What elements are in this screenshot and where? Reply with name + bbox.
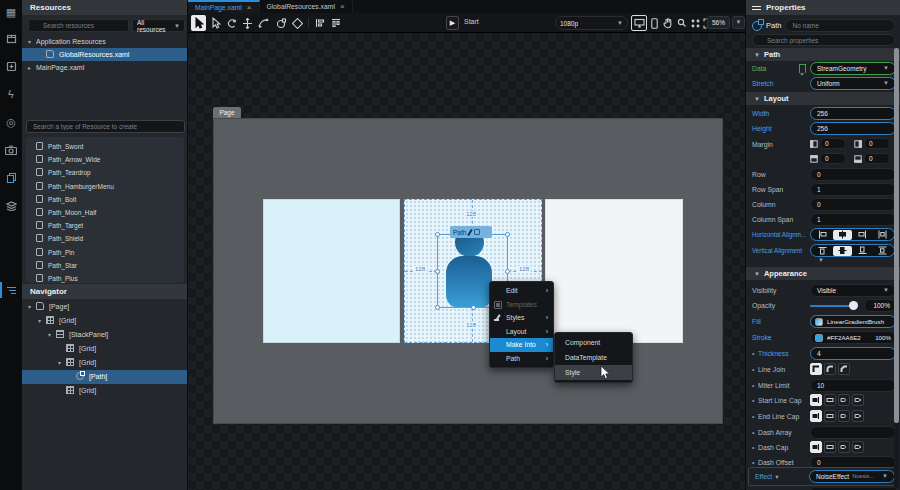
context-menu-item[interactable]: Layout›	[490, 325, 553, 339]
add-box-icon[interactable]	[0, 56, 22, 76]
resources-search-input[interactable]	[28, 19, 129, 32]
resource-type-item[interactable]: Path_Pin	[36, 246, 184, 259]
align-stretch-button[interactable]	[873, 230, 892, 240]
submenu-item[interactable]: DataTemplate	[555, 350, 632, 365]
align-top-button[interactable]	[813, 246, 832, 256]
start-button-label[interactable]: Start	[464, 18, 479, 25]
tree-expander-icon[interactable]: ▸	[28, 62, 36, 75]
align-left-button[interactable]	[813, 230, 832, 240]
tree-expander-icon[interactable]: ▾	[38, 314, 46, 328]
resource-type-item[interactable]: Path_Star	[36, 259, 184, 272]
zoom-magnifier-icon[interactable]	[676, 15, 688, 31]
margin-left-input[interactable]	[820, 138, 846, 149]
cap-triangle-button[interactable]	[852, 394, 864, 406]
context-menu-item[interactable]: Make Into›	[490, 338, 553, 352]
column-span-input[interactable]	[817, 216, 889, 223]
disc-icon[interactable]: ◎	[0, 112, 22, 132]
align-center-button[interactable]	[833, 230, 852, 240]
navigator-icon[interactable]	[0, 280, 22, 300]
pen-tool-icon[interactable]	[224, 15, 239, 31]
cap-round-button[interactable]	[838, 441, 850, 453]
visibility-dropdown[interactable]: Visible ▼	[810, 284, 896, 297]
navigator-row[interactable]: ▾[Grid]	[22, 356, 187, 370]
grid-panel-right[interactable]	[545, 199, 683, 343]
start-play-icon[interactable]: ▶	[446, 16, 459, 30]
move-tool-icon[interactable]	[240, 15, 255, 31]
navigator-row[interactable]: ▾[Page]	[22, 300, 187, 314]
cap-round-button[interactable]	[838, 394, 850, 406]
section-layout[interactable]: ▼Layout	[746, 92, 900, 105]
row-span-input[interactable]	[817, 186, 889, 193]
properties-scrollbar-thumb[interactable]	[894, 48, 899, 423]
selection-handle[interactable]	[435, 269, 440, 274]
resources-tree-row[interactable]: ▾Application Resources	[22, 35, 187, 48]
join-miter-button[interactable]	[810, 363, 822, 375]
package-icon[interactable]	[0, 28, 22, 48]
resources-tree-row[interactable]: GlobalResources.xaml	[22, 48, 187, 61]
desktop-view-icon[interactable]	[631, 15, 647, 31]
navigator-row[interactable]: ▾[StackPanel]	[22, 328, 187, 342]
submenu-item[interactable]: Component	[555, 335, 632, 350]
navigator-row[interactable]: ▾[Grid]	[22, 314, 187, 328]
resource-type-item[interactable]: Path_Shield	[36, 232, 184, 245]
tab-globalresources[interactable]: GlobalResources.xaml ×	[260, 0, 353, 13]
opacity-value[interactable]: 100%	[864, 299, 896, 312]
row-input[interactable]	[817, 171, 889, 178]
align-vertical-tool-icon[interactable]	[328, 15, 343, 31]
cap-flat-button[interactable]	[810, 394, 822, 406]
effect-dropdown[interactable]: NoiseEffect Noesis... ▼	[809, 470, 895, 483]
tab-mainpage[interactable]: MainPage.xaml ×	[188, 0, 260, 13]
cap-square-button[interactable]	[824, 441, 836, 453]
close-icon[interactable]: ×	[247, 2, 252, 14]
resources-icon[interactable]	[0, 168, 22, 188]
opacity-slider-knob[interactable]	[849, 301, 858, 310]
stretch-dropdown[interactable]: Uniform ▼	[810, 77, 896, 90]
direct-selection-tool-icon[interactable]	[208, 15, 223, 31]
resource-create-search-input[interactable]	[26, 120, 185, 133]
mobile-view-icon[interactable]	[649, 15, 659, 31]
height-input[interactable]	[817, 125, 889, 132]
data-dropdown[interactable]: StreamGeometry ▼	[810, 62, 896, 75]
properties-search-input[interactable]	[752, 34, 895, 46]
page-tab-label[interactable]: Page	[213, 107, 241, 118]
grid-panel-left[interactable]	[263, 199, 400, 343]
cap-triangle-button[interactable]	[852, 441, 864, 453]
page-artboard[interactable]: 128 128 128 128	[213, 118, 723, 424]
cap-square-button[interactable]	[824, 410, 836, 422]
selection-handle[interactable]	[505, 232, 510, 237]
stroke-brush-picker[interactable]: #FF2AA6E2 100%	[810, 331, 896, 344]
cap-flat-button[interactable]	[810, 441, 822, 453]
tree-expander-icon[interactable]: ▾	[48, 328, 56, 342]
context-menu-item[interactable]: Styles›	[490, 311, 553, 325]
selection-handle[interactable]	[435, 305, 440, 310]
navigator-row[interactable]: [Grid]	[22, 384, 187, 398]
context-menu-item[interactable]: Templates›	[490, 298, 553, 312]
selection-tool-icon[interactable]	[191, 15, 206, 31]
pan-hand-icon[interactable]	[662, 15, 674, 31]
fill-brush-picker[interactable]: LinearGradientBrush	[810, 315, 896, 328]
element-name-input[interactable]	[785, 19, 895, 32]
section-path[interactable]: ▼Path	[746, 48, 900, 61]
cap-square-button[interactable]	[824, 394, 836, 406]
align-bottom-button[interactable]	[853, 246, 872, 256]
resource-type-item[interactable]: Path_Arrow_Wide	[36, 153, 184, 166]
thickness-input[interactable]	[817, 350, 889, 357]
selection-handle[interactable]	[505, 269, 510, 274]
margin-right-input[interactable]	[864, 138, 890, 149]
width-input[interactable]	[817, 110, 889, 117]
resource-type-item[interactable]: Path_Sword	[36, 140, 184, 153]
submenu-item[interactable]: Style	[555, 365, 632, 380]
bolt-icon[interactable]: ϟ	[0, 84, 22, 104]
navigator-row[interactable]: [Grid]	[22, 342, 187, 356]
cap-triangle-button[interactable]	[852, 410, 864, 422]
resources-tree-row[interactable]: ▸MainPage.xaml	[22, 61, 187, 74]
layers-icon[interactable]	[0, 196, 22, 216]
close-icon[interactable]: ×	[340, 1, 345, 13]
tree-expander-icon[interactable]: ▾	[28, 300, 36, 314]
align-vstretch-button[interactable]	[873, 246, 892, 256]
join-round-button[interactable]	[824, 363, 836, 375]
navigator-row[interactable]: [Path]	[22, 370, 187, 384]
cap-round-button[interactable]	[838, 410, 850, 422]
zoom-level-value[interactable]: 56%	[707, 16, 730, 29]
pixel-grid-icon[interactable]	[689, 15, 701, 31]
